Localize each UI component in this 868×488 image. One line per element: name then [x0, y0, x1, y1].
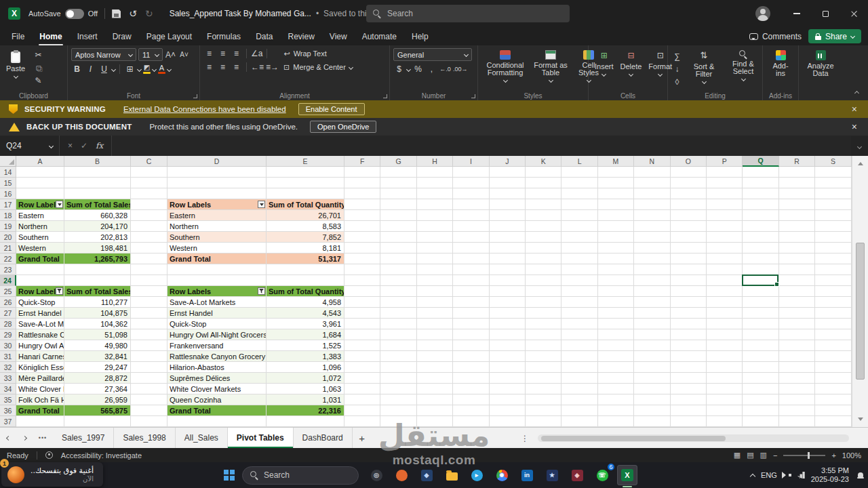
cell-P36[interactable]	[707, 405, 743, 416]
cell-G22[interactable]	[380, 253, 416, 264]
cell-A28[interactable]: Save-A-Lot Mar	[16, 319, 64, 329]
font-name-select[interactable]: Aptos Narrow	[71, 48, 136, 61]
cell-A34[interactable]: White Clover M	[16, 384, 64, 394]
cell-R15[interactable]	[779, 178, 815, 188]
cell-O14[interactable]	[671, 167, 707, 178]
cell-C32[interactable]	[131, 362, 167, 373]
cell-B18[interactable]: 660,328	[64, 210, 131, 221]
cell-D25[interactable]: Row Labels	[167, 286, 267, 297]
cell-I16[interactable]	[453, 188, 489, 199]
cell-I22[interactable]	[453, 253, 489, 264]
cell-B35[interactable]: 26,959	[64, 394, 131, 405]
cell-S37[interactable]	[815, 416, 851, 427]
cell-P31[interactable]	[707, 351, 743, 362]
cell-E26[interactable]: 4,958	[267, 297, 344, 308]
cell-J19[interactable]	[490, 221, 526, 232]
cell-J34[interactable]	[490, 384, 526, 394]
cell-B22[interactable]: 1,265,793	[64, 253, 131, 264]
column-header-G[interactable]: G	[380, 156, 416, 167]
ribbon-tab-data[interactable]: Data	[248, 27, 280, 45]
column-header-L[interactable]: L	[561, 156, 597, 167]
column-header-Q[interactable]: Q	[743, 156, 778, 167]
cell-S19[interactable]	[815, 221, 851, 232]
cell-P33[interactable]	[707, 373, 743, 384]
cell-L18[interactable]	[561, 210, 597, 221]
increase-font-size-icon[interactable]: A˄	[165, 49, 176, 60]
cell-A25[interactable]: Row Labels	[16, 286, 64, 297]
ribbon-tab-automate[interactable]: Automate	[355, 27, 404, 45]
ribbon-tab-formulas[interactable]: Formulas	[199, 27, 248, 45]
cell-C23[interactable]	[131, 264, 167, 275]
cell-A24[interactable]	[16, 275, 64, 286]
enable-content-button[interactable]: Enable Content	[298, 103, 365, 115]
cell-M18[interactable]	[598, 210, 634, 221]
cell-F16[interactable]	[344, 188, 380, 199]
decrease-decimal-icon[interactable]: .00→	[453, 64, 468, 75]
cell-G14[interactable]	[380, 167, 416, 178]
ribbon-tab-draw[interactable]: Draw	[105, 27, 139, 45]
cell-B23[interactable]	[64, 264, 131, 275]
cell-K36[interactable]	[526, 405, 561, 416]
maximize-button[interactable]	[811, 0, 840, 27]
cell-G31[interactable]	[380, 351, 416, 362]
cell-K31[interactable]	[526, 351, 561, 362]
cell-H32[interactable]	[417, 362, 453, 373]
cell-H33[interactable]	[417, 373, 453, 384]
language-indicator[interactable]: ENG	[761, 471, 777, 479]
cell-I15[interactable]	[453, 178, 489, 188]
cell-K35[interactable]	[526, 394, 561, 405]
align-middle-icon[interactable]: ≡	[217, 48, 229, 59]
fill-color-dropdown-icon[interactable]	[152, 66, 157, 71]
cell-I29[interactable]	[453, 329, 489, 340]
notification-toast[interactable]: 1 أغنية فوق بتفسحك.. الآن	[1, 462, 103, 487]
comments-button[interactable]: Comments	[749, 32, 802, 41]
cell-E35[interactable]: 1,031	[267, 394, 344, 405]
clear-icon[interactable]: ◊	[671, 77, 683, 87]
cell-C29[interactable]	[131, 329, 167, 340]
cell-I21[interactable]	[453, 243, 489, 253]
column-header-S[interactable]: S	[815, 156, 851, 167]
cell-M14[interactable]	[598, 167, 634, 178]
cell-S26[interactable]	[815, 297, 851, 308]
cell-K20[interactable]	[526, 232, 561, 243]
cell-I36[interactable]	[453, 405, 489, 416]
cell-H30[interactable]	[417, 340, 453, 351]
cell-Q25[interactable]	[743, 286, 778, 297]
cell-F32[interactable]	[344, 362, 380, 373]
cell-E25[interactable]: Sum of Total Quantity	[267, 286, 344, 297]
accounting-dropdown-icon[interactable]	[406, 66, 411, 71]
cell-P21[interactable]	[707, 243, 743, 253]
row-header-35[interactable]: 35	[0, 394, 16, 405]
cell-H16[interactable]	[417, 188, 453, 199]
cell-O34[interactable]	[671, 384, 707, 394]
cell-A33[interactable]: Mère Paillarde	[16, 373, 64, 384]
cell-L24[interactable]	[561, 275, 597, 286]
cell-I24[interactable]	[453, 275, 489, 286]
align-right-icon[interactable]: ≡	[231, 62, 242, 73]
cell-I37[interactable]	[453, 416, 489, 427]
cell-O33[interactable]	[671, 373, 707, 384]
cell-Q18[interactable]	[743, 210, 778, 221]
cell-N23[interactable]	[634, 264, 670, 275]
cell-O19[interactable]	[671, 221, 707, 232]
cell-B34[interactable]: 27,364	[64, 384, 131, 394]
sheet-tab-sales-1998[interactable]: Sales_1998	[114, 428, 175, 448]
cell-C37[interactable]	[131, 416, 167, 427]
cell-E15[interactable]	[267, 178, 344, 188]
cell-S16[interactable]	[815, 188, 851, 199]
cell-C21[interactable]	[131, 243, 167, 253]
cell-D18[interactable]: Eastern	[167, 210, 267, 221]
cell-N24[interactable]	[634, 275, 670, 286]
cell-F26[interactable]	[344, 297, 380, 308]
cell-B21[interactable]: 198,481	[64, 243, 131, 253]
cell-M36[interactable]	[598, 405, 634, 416]
sort-filter-button[interactable]: ⇅ Sort & Filter	[686, 48, 722, 91]
page-layout-view-icon[interactable]: ▤	[747, 451, 753, 460]
format-as-table-button[interactable]: Format as Table	[530, 48, 571, 91]
cell-L30[interactable]	[561, 340, 597, 351]
cell-J28[interactable]	[490, 319, 526, 329]
cell-H31[interactable]	[417, 351, 453, 362]
column-header-F[interactable]: F	[344, 156, 380, 167]
cell-N15[interactable]	[634, 178, 670, 188]
cell-E29[interactable]: 1,684	[267, 329, 344, 340]
